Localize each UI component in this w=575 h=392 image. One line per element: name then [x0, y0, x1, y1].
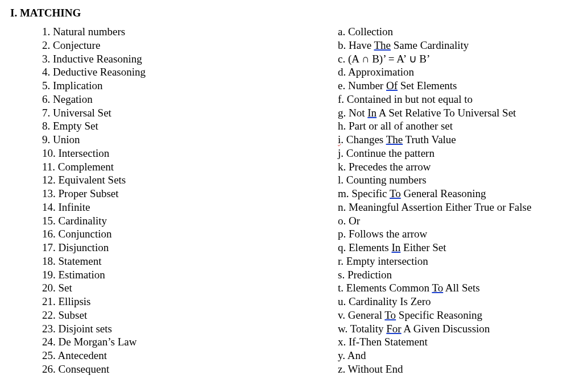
- term-row: 20. Set: [42, 281, 338, 295]
- term-number: 18: [42, 255, 53, 267]
- term-number: 2: [42, 39, 48, 51]
- definition-letter: s: [338, 269, 342, 281]
- definition-row: b. Have The Same Cardinality: [338, 39, 565, 52]
- definition-text: If-Then Statement: [349, 336, 428, 348]
- term-text: Ellipsis: [59, 295, 91, 307]
- term-text: De Morgan’s Law: [59, 336, 137, 348]
- term-row: 7. Universal Set: [42, 106, 338, 120]
- definition-text: Contained in but not equal to: [347, 93, 473, 105]
- definition-text: Empty intersection: [346, 255, 428, 267]
- term-text: Complement: [58, 161, 114, 173]
- term-text: Infinite: [59, 201, 90, 213]
- definition-text: Cardinality Is Zero: [349, 295, 431, 307]
- term-number: 24: [42, 336, 53, 348]
- definition-letter: f: [338, 93, 341, 105]
- term-number: 12: [42, 174, 53, 186]
- term-row: 3. Inductive Reasoning: [42, 52, 338, 66]
- term-text: Set: [59, 282, 72, 294]
- definition-letter: d: [338, 66, 344, 78]
- term-row: 1. Natural numbers: [42, 25, 338, 39]
- definition-text: Collection: [348, 26, 393, 37]
- definition-row: k. Precedes the arrow: [338, 160, 565, 174]
- definition-text: Elements In Either Set: [349, 241, 446, 253]
- term-number: 4: [42, 66, 48, 78]
- term-text: Natural numbers: [53, 26, 125, 37]
- definition-text: Prediction: [348, 269, 392, 281]
- definition-row: p. Follows the arrow: [338, 227, 565, 241]
- term-text: Conjunction: [59, 228, 112, 240]
- term-row: 12. Equivalent Sets: [42, 173, 338, 187]
- definition-letter: q: [338, 241, 344, 253]
- term-number: 21: [42, 295, 53, 307]
- definition-row: l. Counting numbers: [338, 173, 565, 187]
- definition-letter: o: [338, 215, 344, 227]
- term-number: 17: [42, 241, 53, 253]
- definition-letter: p: [338, 228, 344, 240]
- definition-letter: j: [338, 147, 341, 159]
- term-row: 16. Conjunction: [42, 227, 338, 241]
- definition-text: Continue the pattern: [346, 147, 435, 159]
- term-number: 9: [42, 134, 48, 145]
- term-row: 2. Conjecture: [42, 39, 338, 52]
- definition-row: c. (A ∩ B)’ = A’ ∪ B’: [338, 52, 565, 66]
- definition-letter: b: [338, 39, 344, 51]
- matching-columns: 1. Natural numbers2. Conjecture3. Induct…: [10, 25, 565, 376]
- term-text: Universal Set: [53, 107, 111, 119]
- term-row: 18. Statement: [42, 255, 338, 268]
- definition-letter: n: [338, 201, 344, 213]
- term-number: 23: [42, 323, 53, 335]
- term-number: 8: [42, 120, 48, 132]
- term-number: 16: [42, 228, 53, 240]
- definition-text: Changes The Truth Value: [346, 134, 456, 145]
- term-row: 13. Proper Subset: [42, 187, 338, 201]
- definition-text: Specific To General Reasoning: [351, 187, 486, 199]
- definition-text: General To Specific Reasoning: [348, 309, 482, 321]
- term-text: Negation: [53, 93, 93, 105]
- definition-row: x. If-Then Statement: [338, 335, 565, 349]
- definition-row: s. Prediction: [338, 268, 565, 282]
- definition-letter: u: [338, 295, 344, 307]
- definition-row: t. Elements Common To All Sets: [338, 281, 565, 295]
- term-number: 22: [42, 309, 53, 321]
- definitions-column: a. Collectionb. Have The Same Cardinalit…: [338, 25, 565, 376]
- term-row: 21. Ellipsis: [42, 295, 338, 308]
- definition-text: Approximation: [348, 66, 414, 78]
- definition-row: r. Empty intersection: [338, 255, 565, 268]
- term-number: 20: [42, 282, 53, 294]
- term-text: Intersection: [59, 147, 110, 159]
- definition-letter: c: [338, 53, 342, 65]
- definition-row: i. Changes The Truth Value: [338, 133, 565, 147]
- term-number: 14: [42, 201, 53, 213]
- term-text: Conjecture: [53, 39, 100, 51]
- definition-letter: g: [338, 107, 344, 119]
- term-row: 11. Complement: [42, 160, 338, 174]
- definition-text: Precedes the arrow: [349, 161, 431, 173]
- definition-row: n. Meaningful Assertion Either True or F…: [338, 201, 565, 214]
- term-row: 23. Disjoint sets: [42, 322, 338, 336]
- term-number: 7: [42, 107, 48, 119]
- definition-letter: k: [338, 161, 344, 173]
- definition-row: a. Collection: [338, 25, 565, 39]
- term-row: 8. Empty Set: [42, 119, 338, 133]
- definition-row: m. Specific To General Reasoning: [338, 187, 565, 201]
- definition-letter: l: [338, 174, 341, 186]
- definition-text: Follows the arrow: [349, 228, 427, 240]
- term-number: 1: [42, 26, 48, 37]
- definition-text: Counting numbers: [346, 174, 427, 186]
- term-row: 9. Union: [42, 133, 338, 147]
- definition-text: And: [348, 349, 366, 361]
- term-text: Statement: [59, 255, 102, 267]
- definition-text: Or: [349, 215, 360, 227]
- term-row: 26. Consequent: [42, 362, 338, 376]
- term-text: Cardinality: [59, 215, 107, 227]
- term-number: 25: [42, 349, 53, 361]
- definition-row: y. And: [338, 349, 565, 362]
- section-heading: I. MATCHING: [10, 7, 565, 19]
- definition-row: o. Or: [338, 214, 565, 228]
- term-number: 3: [42, 53, 48, 65]
- definition-text: Without End: [348, 363, 403, 375]
- term-row: 24. De Morgan’s Law: [42, 335, 338, 349]
- term-row: 22. Subset: [42, 308, 338, 322]
- term-text: Equivalent Sets: [59, 174, 126, 186]
- definition-text: Meaningful Assertion Either True or Fals…: [349, 201, 531, 213]
